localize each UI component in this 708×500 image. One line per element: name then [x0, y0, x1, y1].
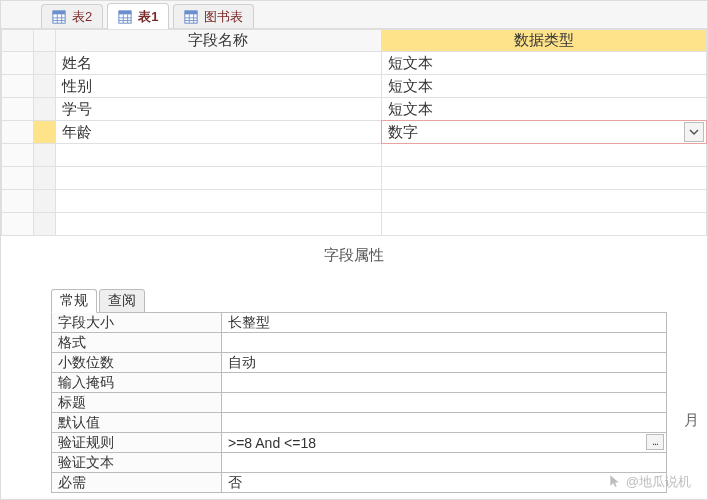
data-type-cell[interactable]	[381, 144, 707, 167]
tab-strip: 表2表1图书表	[1, 1, 707, 29]
field-name-cell[interactable]	[56, 167, 382, 190]
column-header-field-name[interactable]: 字段名称	[56, 30, 382, 52]
data-type-cell[interactable]	[381, 167, 707, 190]
property-value[interactable]	[222, 413, 667, 433]
field-name-cell[interactable]: 姓名	[56, 52, 382, 75]
left-gutter-header	[2, 30, 34, 52]
property-row: 小数位数自动	[52, 353, 667, 373]
data-type-cell[interactable]: 短文本	[381, 52, 707, 75]
watermark-text: @地瓜说机	[626, 473, 691, 491]
datasheet-icon	[52, 10, 66, 24]
data-type-text: 短文本	[382, 77, 707, 96]
property-row: 必需否	[52, 473, 667, 493]
property-value[interactable]: >=8 And <=18...	[222, 433, 667, 453]
property-value[interactable]: 自动	[222, 353, 667, 373]
property-label[interactable]: 默认值	[52, 413, 222, 433]
field-name-cell[interactable]: 性别	[56, 75, 382, 98]
property-label[interactable]: 必需	[52, 473, 222, 493]
field-properties-label: 字段属性	[1, 236, 707, 271]
svg-rect-1	[53, 10, 65, 14]
watermark: @地瓜说机	[608, 473, 691, 491]
property-label[interactable]: 验证文本	[52, 453, 222, 473]
tab-图书表[interactable]: 图书表	[173, 4, 254, 28]
left-gutter	[2, 213, 34, 236]
data-type-text: 数字	[382, 123, 685, 142]
property-label[interactable]: 输入掩码	[52, 373, 222, 393]
row-selector[interactable]	[34, 144, 56, 167]
field-row	[2, 167, 707, 190]
field-name-cell[interactable]: 学号	[56, 98, 382, 121]
tab-表2[interactable]: 表2	[41, 4, 103, 28]
field-row: 学号短文本	[2, 98, 707, 121]
svg-rect-7	[119, 10, 131, 14]
property-label[interactable]: 标题	[52, 393, 222, 413]
svg-rect-13	[185, 10, 197, 14]
side-char: 月	[684, 411, 699, 430]
property-value[interactable]	[222, 373, 667, 393]
fields-grid: 字段名称 数据类型 姓名短文本性别短文本学号短文本年龄数字	[1, 29, 707, 236]
left-gutter	[2, 190, 34, 213]
property-value[interactable]	[222, 453, 667, 473]
data-type-text: 短文本	[382, 54, 707, 73]
left-gutter	[2, 52, 34, 75]
data-type-text: 短文本	[382, 100, 707, 119]
row-selector[interactable]	[34, 213, 56, 236]
property-row: 格式	[52, 333, 667, 353]
property-label[interactable]: 验证规则	[52, 433, 222, 453]
data-type-cell[interactable]	[381, 190, 707, 213]
tab-label: 图书表	[204, 8, 243, 26]
property-value[interactable]: 长整型	[222, 313, 667, 333]
field-row	[2, 190, 707, 213]
column-header-data-type[interactable]: 数据类型	[381, 30, 707, 52]
field-row: 姓名短文本	[2, 52, 707, 75]
left-gutter	[2, 144, 34, 167]
tab-label: 表2	[72, 8, 92, 26]
data-type-cell[interactable]	[381, 213, 707, 236]
row-selector[interactable]	[34, 167, 56, 190]
row-selector-header	[34, 30, 56, 52]
property-row: 验证规则>=8 And <=18...	[52, 433, 667, 453]
row-selector[interactable]	[34, 121, 56, 144]
property-tab-查阅[interactable]: 查阅	[99, 289, 145, 313]
property-row: 验证文本	[52, 453, 667, 473]
field-name-cell[interactable]	[56, 144, 382, 167]
design-view-window: 表2表1图书表 字段名称 数据类型 姓名短文本性别短文本学号短文本年龄数字 字段…	[0, 0, 708, 500]
field-row: 年龄数字	[2, 121, 707, 144]
field-row: 性别短文本	[2, 75, 707, 98]
data-type-dropdown-button[interactable]	[684, 122, 704, 142]
property-tab-常规[interactable]: 常规	[51, 289, 97, 313]
property-value[interactable]	[222, 393, 667, 413]
property-row: 输入掩码	[52, 373, 667, 393]
field-row	[2, 213, 707, 236]
field-name-cell[interactable]	[56, 213, 382, 236]
row-selector[interactable]	[34, 190, 56, 213]
mouse-icon	[608, 474, 622, 491]
property-label[interactable]: 格式	[52, 333, 222, 353]
property-label[interactable]: 小数位数	[52, 353, 222, 373]
data-type-cell[interactable]: 短文本	[381, 98, 707, 121]
row-selector[interactable]	[34, 52, 56, 75]
row-selector[interactable]	[34, 98, 56, 121]
property-tabs: 常规查阅	[51, 289, 667, 313]
field-name-cell[interactable]: 年龄	[56, 121, 382, 144]
field-row	[2, 144, 707, 167]
property-row: 字段大小长整型	[52, 313, 667, 333]
datasheet-icon	[118, 10, 132, 24]
data-type-cell[interactable]: 短文本	[381, 75, 707, 98]
property-grid: 字段大小长整型格式小数位数自动输入掩码标题默认值验证规则>=8 And <=18…	[51, 312, 667, 493]
property-sheet: 常规查阅 字段大小长整型格式小数位数自动输入掩码标题默认值验证规则>=8 And…	[51, 289, 667, 493]
row-selector[interactable]	[34, 75, 56, 98]
field-name-cell[interactable]	[56, 190, 382, 213]
property-label[interactable]: 字段大小	[52, 313, 222, 333]
data-type-cell[interactable]: 数字	[381, 121, 707, 144]
property-value[interactable]: 否	[222, 473, 667, 493]
left-gutter	[2, 98, 34, 121]
property-row: 默认值	[52, 413, 667, 433]
tab-表1[interactable]: 表1	[107, 3, 169, 29]
datasheet-icon	[184, 10, 198, 24]
property-value[interactable]	[222, 333, 667, 353]
tab-label: 表1	[138, 8, 158, 26]
builder-button[interactable]: ...	[646, 434, 664, 450]
left-gutter	[2, 167, 34, 190]
left-gutter	[2, 121, 34, 144]
